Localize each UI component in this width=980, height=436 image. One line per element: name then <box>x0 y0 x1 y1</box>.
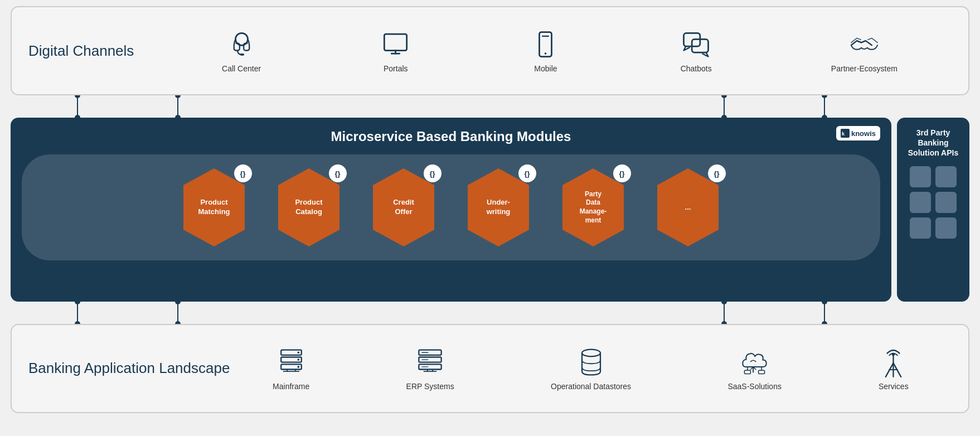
landscape-datastores: Operational Datastores <box>551 347 631 391</box>
landscape-saas-label: SaaS-Solutions <box>727 382 782 391</box>
channel-chatbots: Chatbots <box>681 29 712 73</box>
main-container: Digital Channels Call Center <box>11 6 969 430</box>
third-party-grid <box>910 166 957 239</box>
digital-channels-icons: Call Center Portals <box>168 29 952 73</box>
module-label-2: CreditOffer <box>393 198 414 217</box>
database-icon <box>576 347 607 377</box>
mobile-icon <box>530 29 561 60</box>
channel-partner: Partner-Ecosystem <box>831 29 897 73</box>
svg-point-45 <box>297 366 299 368</box>
handshake-icon <box>849 29 880 60</box>
svg-rect-59 <box>745 371 751 374</box>
svg-point-58 <box>582 349 600 356</box>
landscape-datastores-label: Operational Datastores <box>551 382 631 391</box>
cloud-icon <box>739 347 770 377</box>
svg-point-36 <box>721 321 727 324</box>
svg-rect-2 <box>385 34 407 50</box>
landscape-mainframe: Mainframe <box>273 347 309 391</box>
microservice-panel: k knowis Microservice Based Banking Modu… <box>11 118 891 302</box>
svg-rect-60 <box>759 371 765 374</box>
module-label-0: ProductMatching <box>198 198 230 217</box>
banking-landscape-title: Banking Application Landscape <box>28 359 230 378</box>
microservice-title: Microservice Based Banking Modules <box>331 129 571 144</box>
landscape-services: Services <box>878 347 909 391</box>
module-label-1: ProductCatalog <box>295 198 322 217</box>
module-label-3: Under-writing <box>487 198 511 217</box>
grid-icon-4 <box>935 192 957 213</box>
channel-portals: Portals <box>380 29 411 73</box>
module-label-5: ... <box>685 203 691 212</box>
third-party-panel: 3rd Party Banking Solution APIs <box>897 118 969 302</box>
svg-point-44 <box>297 359 299 361</box>
chat-icon <box>681 29 711 60</box>
channel-call-center-label: Call Center <box>222 64 261 73</box>
grid-icon-3 <box>910 192 931 213</box>
bot-connectors <box>11 302 969 324</box>
svg-point-15 <box>721 95 727 98</box>
middle-section: k knowis Microservice Based Banking Modu… <box>11 118 969 302</box>
svg-point-4 <box>545 52 547 55</box>
channel-partner-label: Partner-Ecosystem <box>831 64 897 73</box>
module-product-catalog: {} ProductCatalog <box>266 166 352 249</box>
landscape-saas: SaaS-Solutions <box>727 347 782 391</box>
svg-point-32 <box>175 302 181 304</box>
svg-point-30 <box>75 321 80 324</box>
landscape-erp: ERP Systems <box>406 347 454 391</box>
top-connectors <box>11 95 969 118</box>
module-label-4: PartyDataManage-ment <box>580 190 607 225</box>
digital-channels-section: Digital Channels Call Center <box>11 6 969 95</box>
module-product-matching: {} ProductMatching <box>171 166 258 249</box>
banking-landscape-icons: Mainframe ERP <box>230 347 952 391</box>
svg-point-18 <box>822 95 827 98</box>
svg-point-29 <box>75 302 80 304</box>
svg-point-43 <box>297 351 299 353</box>
svg-point-38 <box>822 302 827 304</box>
module-credit-offer: {} CreditOffer <box>361 166 447 249</box>
svg-point-9 <box>75 95 80 98</box>
module-badge-4: {} <box>613 164 631 182</box>
svg-point-33 <box>175 321 181 324</box>
svg-point-39 <box>822 321 827 324</box>
tower-icon <box>878 347 909 377</box>
svg-rect-1 <box>240 54 244 56</box>
banking-landscape-section: Banking Application Landscape <box>11 324 969 413</box>
landscape-services-label: Services <box>879 382 909 391</box>
channel-call-center: Call Center <box>222 29 261 73</box>
module-party-data: {} PartyDataManage-ment <box>550 166 637 249</box>
channel-chatbots-label: Chatbots <box>681 64 712 73</box>
svg-point-67 <box>892 353 895 356</box>
knowis-logo: k knowis <box>836 126 880 141</box>
svg-point-12 <box>175 95 181 98</box>
landscape-mainframe-label: Mainframe <box>273 382 309 391</box>
modules-container: {} ProductMatching {} P <box>22 154 880 260</box>
headset-icon <box>226 29 257 60</box>
grid-icon-5 <box>910 217 931 239</box>
grid-icon-6 <box>935 217 957 239</box>
module-badge-5: {} <box>708 164 726 182</box>
channel-portals-label: Portals <box>384 64 408 73</box>
svg-point-35 <box>721 302 727 304</box>
grid-icon-1 <box>910 166 931 187</box>
module-more: {} ... <box>645 166 731 249</box>
module-underwriting: {} Under-writing <box>455 166 542 249</box>
module-badge-0: {} <box>234 164 252 182</box>
server-icon <box>276 347 307 377</box>
grid-icon-2 <box>935 166 957 187</box>
channel-mobile-label: Mobile <box>534 64 557 73</box>
third-party-title: 3rd Party Banking Solution APIs <box>905 128 962 158</box>
module-badge-2: {} <box>424 164 442 182</box>
erp-icon <box>415 347 445 377</box>
digital-channels-title: Digital Channels <box>28 42 168 60</box>
landscape-erp-label: ERP Systems <box>406 382 454 391</box>
channel-mobile: Mobile <box>530 29 561 73</box>
module-badge-1: {} <box>329 164 347 182</box>
monitor-icon <box>380 29 411 60</box>
module-badge-3: {} <box>518 164 536 182</box>
